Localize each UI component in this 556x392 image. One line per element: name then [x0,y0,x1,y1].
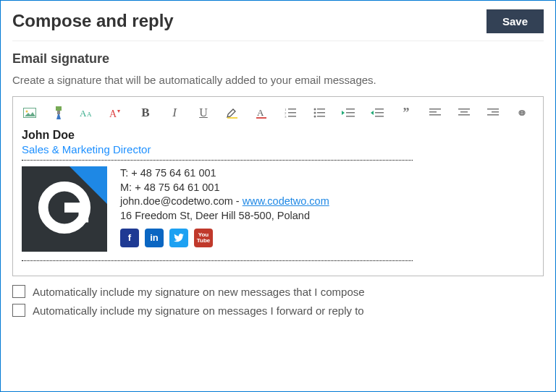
label-include-reply: Automatically include my signature on me… [33,304,364,317]
quote-icon[interactable]: ” [398,106,414,120]
twitter-icon[interactable] [169,229,188,247]
svg-rect-24 [346,112,355,114]
svg-rect-27 [375,112,384,114]
svg-rect-3 [57,111,60,114]
insert-link-icon[interactable] [514,106,530,120]
svg-text:A: A [80,108,87,119]
option-include-new: Automatically include my signature on ne… [12,285,544,298]
svg-rect-21 [317,112,325,114]
outdent-icon[interactable] [340,106,356,120]
divider-bottom [22,260,413,261]
svg-rect-2 [56,106,62,111]
svg-rect-26 [375,108,384,110]
align-left-icon[interactable] [427,106,443,120]
signature-options: Automatically include my signature on ne… [12,285,544,317]
option-include-reply: Automatically include my signature on me… [12,304,544,317]
numbered-list-icon[interactable]: 123 [282,106,298,120]
section-description: Create a signature that will be automati… [12,74,544,86]
svg-rect-40 [79,203,89,222]
align-center-icon[interactable] [456,106,472,120]
svg-rect-10 [256,117,266,119]
indent-icon[interactable] [369,106,385,120]
bold-icon[interactable]: B [138,106,153,120]
svg-text:A: A [87,111,92,118]
label-include-new: Automatically include my signature on ne… [33,286,365,298]
font-size-superscript-icon[interactable]: A▾ [109,106,125,120]
font-color-icon[interactable]: A [253,106,269,120]
section-title: Email signature [12,51,544,67]
svg-point-17 [314,108,316,111]
svg-rect-8 [227,117,237,119]
underline-icon[interactable]: U [195,106,211,120]
svg-rect-31 [429,114,441,116]
address-line: 16 Freedom St, Deer Hill 58-500, Poland [120,209,329,223]
facebook-icon[interactable]: f [120,229,139,247]
italic-icon[interactable]: I [167,106,182,120]
svg-rect-14 [288,108,296,110]
bulleted-list-icon[interactable] [311,106,327,120]
svg-point-18 [314,112,316,114]
svg-rect-36 [492,111,499,113]
svg-rect-28 [375,116,384,117]
divider-top [22,160,413,161]
linkedin-icon[interactable]: in [145,229,164,247]
signature-content[interactable]: John Doe Sales & Marketing Director T: +… [20,127,536,261]
svg-rect-32 [458,108,470,110]
checkbox-include-new[interactable] [12,285,25,298]
signature-editor: AA A▾ B I U A 123 [12,96,544,276]
svg-rect-25 [346,116,355,117]
mobile-line: M: + 48 75 64 61 001 [120,181,329,195]
contact-block: T: + 48 75 64 61 001 M: + 48 75 64 61 00… [120,166,329,247]
save-button[interactable]: Save [486,9,544,33]
svg-rect-20 [317,108,325,110]
svg-rect-22 [317,116,325,117]
svg-text:3: 3 [285,115,287,118]
svg-text:▾: ▾ [117,108,120,114]
company-logo [22,166,107,252]
svg-rect-33 [460,111,468,113]
svg-rect-23 [346,108,355,110]
svg-rect-29 [429,108,441,110]
signature-role: Sales & Marketing Director [22,143,534,155]
checkbox-include-reply[interactable] [12,304,25,317]
svg-rect-35 [487,108,499,110]
svg-rect-34 [458,114,470,116]
editor-toolbar: AA A▾ B I U A 123 [20,103,536,127]
highlight-icon[interactable] [224,106,240,120]
phone-line: T: + 48 75 64 61 001 [120,166,329,181]
signature-name: John Doe [22,129,534,142]
svg-rect-37 [487,114,499,116]
header: Compose and reply Save [12,9,544,41]
page-title: Compose and reply [12,11,174,31]
email-line: john.doe@codetwo.com - www.codetwo.com [120,195,329,209]
social-icons: f in You Tube [120,229,329,247]
svg-point-1 [26,111,28,113]
svg-rect-30 [429,111,437,113]
svg-rect-15 [288,112,296,114]
youtube-icon[interactable]: You Tube [194,229,213,247]
settings-panel: Compose and reply Save Email signature C… [0,0,556,392]
svg-point-19 [314,116,316,118]
font-size-icon[interactable]: AA [80,106,96,120]
website-link[interactable]: www.codetwo.com [243,195,329,207]
align-right-icon[interactable] [485,106,501,120]
insert-image-icon[interactable] [22,106,38,120]
svg-text:A: A [109,108,117,119]
svg-text:A: A [257,107,264,118]
svg-rect-16 [288,116,296,117]
format-painter-icon[interactable] [51,106,67,120]
